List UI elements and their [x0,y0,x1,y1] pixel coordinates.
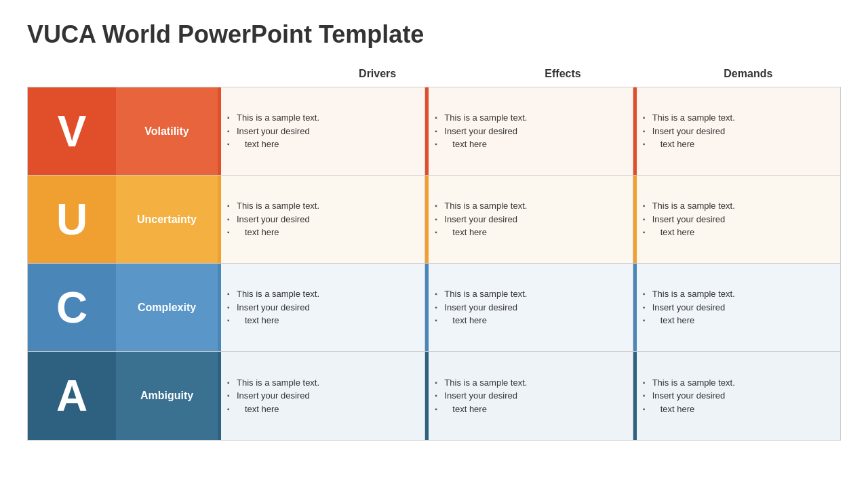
bullet-item-indent: text here [435,226,623,239]
data-cell-r2-c2[interactable]: This is a sample text.Insert your desire… [633,264,840,351]
data-cell-r0-c1[interactable]: This is a sample text.Insert your desire… [425,87,633,175]
data-cell-r1-c2[interactable]: This is a sample text.Insert your desire… [633,176,840,263]
label-cell-volatility: Volatility [116,87,218,175]
label-cell-ambiguity: Ambiguity [116,352,218,440]
data-cell-r3-c1[interactable]: This is a sample text.Insert your desire… [425,352,633,440]
letter-cell-v: V [28,87,116,175]
bullet-item: This is a sample text. [435,111,623,125]
letter-cell-c: C [28,264,116,351]
bullet-item: This is a sample text. [227,199,415,213]
vuca-table: Drivers Effects Demands VVolatilityThis … [27,65,841,441]
bullet-item-indent: text here [227,138,415,151]
bullet-item-indent: text here [227,226,415,239]
bullet-item: Insert your desired [643,389,831,403]
bullet-item: Insert your desired [227,213,415,226]
data-cell-r0-c0[interactable]: This is a sample text.Insert your desire… [218,87,425,175]
bullet-item: This is a sample text. [435,287,623,301]
bullet-item: Insert your desired [227,301,415,314]
bullet-item: This is a sample text. [643,111,831,125]
bullet-item: This is a sample text. [227,376,415,390]
letter-cell-u: U [28,176,116,263]
label-cell-uncertainty: Uncertainty [116,176,218,263]
bullet-item-indent: text here [643,138,831,151]
bullet-item: This is a sample text. [643,199,831,213]
bullet-item: Insert your desired [227,125,415,138]
col-header-drivers: Drivers [285,65,470,83]
bullet-item-indent: text here [643,314,831,327]
bullet-item: Insert your desired [643,125,831,138]
bullet-item: This is a sample text. [227,287,415,301]
data-cell-r2-c1[interactable]: This is a sample text.Insert your desire… [425,264,633,351]
col-header-demands: Demands [656,65,841,83]
bullet-item: This is a sample text. [227,111,415,125]
data-cell-r1-c0[interactable]: This is a sample text.Insert your desire… [218,176,425,263]
table-row: AAmbiguityThis is a sample text.Insert y… [28,352,840,440]
column-headers: Drivers Effects Demands [285,65,841,83]
data-cell-r1-c1[interactable]: This is a sample text.Insert your desire… [425,176,633,263]
bullet-item: This is a sample text. [643,376,831,390]
data-cell-r3-c0[interactable]: This is a sample text.Insert your desire… [218,352,425,440]
col-header-effects: Effects [470,65,655,83]
bullet-item: Insert your desired [643,213,831,226]
table-row: UUncertaintyThis is a sample text.Insert… [28,176,840,264]
bullet-item-indent: text here [227,403,415,416]
data-cell-r0-c2[interactable]: This is a sample text.Insert your desire… [633,87,840,175]
bullet-item-indent: text here [643,403,831,416]
label-cell-complexity: Complexity [116,264,218,351]
bullet-item-indent: text here [435,403,623,416]
bullet-item: Insert your desired [435,213,623,226]
table-row: VVolatilityThis is a sample text.Insert … [28,87,840,176]
bullet-item-indent: text here [435,138,623,151]
bullet-item: Insert your desired [435,389,623,403]
bullet-item-indent: text here [227,314,415,327]
table-row: CComplexityThis is a sample text.Insert … [28,264,840,352]
data-table: VVolatilityThis is a sample text.Insert … [27,87,841,441]
bullet-item: This is a sample text. [643,287,831,301]
data-cell-r2-c0[interactable]: This is a sample text.Insert your desire… [218,264,425,351]
bullet-item: This is a sample text. [435,376,623,390]
bullet-item-indent: text here [643,226,831,239]
bullet-item: Insert your desired [643,301,831,314]
data-cell-r3-c2[interactable]: This is a sample text.Insert your desire… [633,352,840,440]
bullet-item-indent: text here [435,314,623,327]
bullet-item: Insert your desired [435,125,623,138]
bullet-item: Insert your desired [435,301,623,314]
bullet-item: Insert your desired [227,389,415,403]
page-title: VUCA World PowerPoint Template [27,20,841,49]
bullet-item: This is a sample text. [435,199,623,213]
letter-cell-a: A [28,352,116,440]
